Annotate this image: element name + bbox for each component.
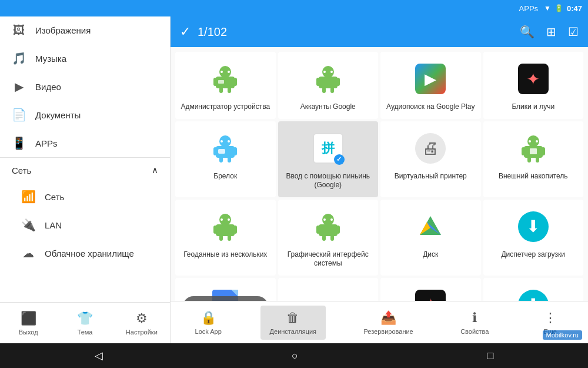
- app-icon-virtual-printer: 🖨: [412, 130, 449, 167]
- svg-point-32: [529, 140, 531, 142]
- app-icon-geodata: [206, 208, 244, 246]
- app-icon-external-storage: [514, 130, 552, 167]
- sidebar-network-header[interactable]: Сеть ∧: [0, 158, 170, 183]
- lan-icon: 🔌: [21, 218, 35, 232]
- sidebar-item-music[interactable]: 🎵 Музыка: [0, 44, 170, 72]
- nav-exit[interactable]: ⬛ Выход: [0, 303, 56, 343]
- svg-rect-38: [233, 226, 237, 234]
- battery-icon: 🔋: [554, 4, 563, 12]
- select-icon[interactable]: ☑: [568, 25, 579, 39]
- svg-point-16: [330, 71, 333, 73]
- app-name-geodata: Геоданные из нескольких: [183, 250, 267, 260]
- app-item-graphics[interactable]: Графический интерфейс системы: [278, 200, 379, 276]
- svg-rect-3: [233, 78, 237, 86]
- sidebar-label-music: Музыка: [35, 54, 66, 64]
- chevron-up-icon: ∧: [152, 165, 158, 175]
- backup-icon: 📤: [380, 310, 396, 326]
- app-icon-audio-search: ▶: [412, 60, 449, 98]
- svg-point-24: [228, 140, 230, 142]
- images-icon: 🖼: [12, 24, 26, 37]
- selection-count: 1/102: [198, 25, 513, 39]
- app-icon-bliki: ✦: [514, 60, 552, 98]
- app-item-virtual-printer[interactable]: 🖨 Виртуальный принтер: [380, 121, 481, 197]
- app-item-bliki[interactable]: ✦ Блики и лучи: [483, 52, 584, 119]
- svg-rect-22: [228, 157, 231, 163]
- app-item-download2[interactable]: ⬇: [483, 278, 584, 301]
- app-item-drive[interactable]: Диск: [380, 200, 481, 276]
- sidebar-label-cloud: Облачное хранилище: [45, 248, 134, 258]
- app-item-admin[interactable]: Администратор устройства: [175, 52, 276, 119]
- bliki-icon-img: ✦: [518, 64, 549, 94]
- svg-rect-10: [319, 77, 338, 88]
- svg-rect-29: [542, 147, 545, 155]
- docs-icon: 📄: [12, 108, 26, 122]
- nav-settings-label: Настройки: [126, 329, 158, 336]
- app-item-docs-app[interactable]: ≡ Деинсталляция: [175, 278, 276, 301]
- app-icon-placeholder: [309, 286, 347, 301]
- svg-rect-46: [336, 226, 340, 234]
- app-icon-download2: ⬇: [514, 286, 552, 301]
- sidebar-item-lan[interactable]: 🔌 LAN: [0, 211, 170, 239]
- uninstall-button[interactable]: Деинсталляция: [183, 296, 268, 301]
- sidebar-item-cloud[interactable]: ☁ Облачное хранилище: [0, 239, 170, 267]
- app-item-download-mgr[interactable]: ⬇ Диспетчер загрузки: [483, 200, 584, 276]
- app-icon-keychain: [206, 130, 244, 167]
- bliki2-icon: ✦: [415, 290, 446, 301]
- uninstall-overlay: Деинсталляция: [175, 278, 276, 301]
- app-item-keychain[interactable]: Брелок: [175, 121, 276, 197]
- action-backup-label: Резервирование: [363, 328, 413, 335]
- main-layout: 🖼 Изображения 🎵 Музыка ▶ Видео 📄 Докумен…: [0, 16, 588, 343]
- nav-settings[interactable]: ⚙ Настройки: [113, 303, 170, 343]
- cloud-icon: ☁: [21, 246, 35, 260]
- app-icon-pinyin: 拼 ✓: [309, 130, 347, 167]
- sidebar-item-docs[interactable]: 📄 Документы: [0, 101, 170, 129]
- search-icon[interactable]: 🔍: [520, 25, 534, 39]
- sidebar-item-net[interactable]: 📶 Сеть: [0, 183, 170, 211]
- svg-rect-4: [219, 87, 223, 93]
- svg-rect-28: [522, 147, 525, 155]
- sidebar-item-apps[interactable]: 📱 APPs: [0, 129, 170, 157]
- app-icon-bliki2: ✦: [412, 286, 449, 301]
- app-name-keychain: Брелок: [213, 172, 237, 181]
- action-uninstall[interactable]: 🗑 Деинсталляция: [260, 306, 326, 340]
- sidebar-item-images[interactable]: 🖼 Изображения: [0, 16, 170, 44]
- app-name-pinyin: Ввод с помощью пиньинь (Google): [283, 172, 374, 190]
- app-name-graphics: Графический интерфейс системы: [283, 250, 374, 268]
- bottom-nav: ⬛ Выход 👕 Тема ⚙ Настройки: [0, 302, 170, 343]
- home-button[interactable]: ○: [292, 350, 298, 362]
- app-name-admin: Администратор устройства: [181, 102, 270, 112]
- action-backup[interactable]: 📤 Резервирование: [354, 306, 422, 340]
- sidebar: 🖼 Изображения 🎵 Музыка ▶ Видео 📄 Докумен…: [0, 16, 171, 343]
- app-item-pinyin[interactable]: 拼 ✓ Ввод с помощью пиньинь (Google): [278, 121, 379, 197]
- grid-icon[interactable]: ⊞: [546, 25, 556, 39]
- app-name-audio-search: Аудиопоиск на Google Play: [386, 102, 475, 112]
- net-icon: 📶: [21, 190, 35, 204]
- network-section-label: Сеть: [12, 165, 31, 175]
- action-lock[interactable]: 🔒 Lock App: [185, 306, 232, 340]
- app-name-drive: Диск: [423, 250, 438, 260]
- time-label: 0:47: [567, 4, 582, 13]
- sidebar-item-video[interactable]: ▶ Видео: [0, 72, 170, 101]
- app-item-audio-search[interactable]: ▶ Аудиопоиск на Google Play: [380, 52, 481, 119]
- checkmark-icon: ✓: [180, 24, 191, 39]
- pinyin-check-icon: ✓: [334, 154, 345, 165]
- svg-rect-25: [218, 149, 225, 154]
- app-name-download-mgr: Диспетчер загрузки: [501, 250, 565, 260]
- app-item-accounts[interactable]: Аккаунты Google: [278, 52, 379, 119]
- svg-rect-20: [233, 147, 237, 155]
- svg-point-15: [323, 71, 326, 73]
- app-icon-graphics: [309, 208, 347, 246]
- action-properties[interactable]: ℹ Свойства: [451, 306, 498, 340]
- svg-rect-39: [219, 235, 223, 241]
- nav-theme[interactable]: 👕 Тема: [56, 303, 113, 343]
- app-item-bliki2[interactable]: ✦: [380, 278, 481, 301]
- recent-button[interactable]: □: [487, 350, 493, 362]
- svg-rect-45: [316, 226, 320, 234]
- app-item-geodata[interactable]: Геоданные из нескольких: [175, 200, 276, 276]
- back-button[interactable]: ◁: [95, 349, 103, 362]
- app-icon-admin: [206, 60, 244, 98]
- properties-icon: ℹ: [472, 310, 477, 326]
- apps-grid: Администратор устройства Аккаунты Google…: [171, 47, 588, 301]
- app-item-external-storage[interactable]: Внешний накопитель: [483, 121, 584, 197]
- app-item-placeholder[interactable]: [278, 278, 379, 301]
